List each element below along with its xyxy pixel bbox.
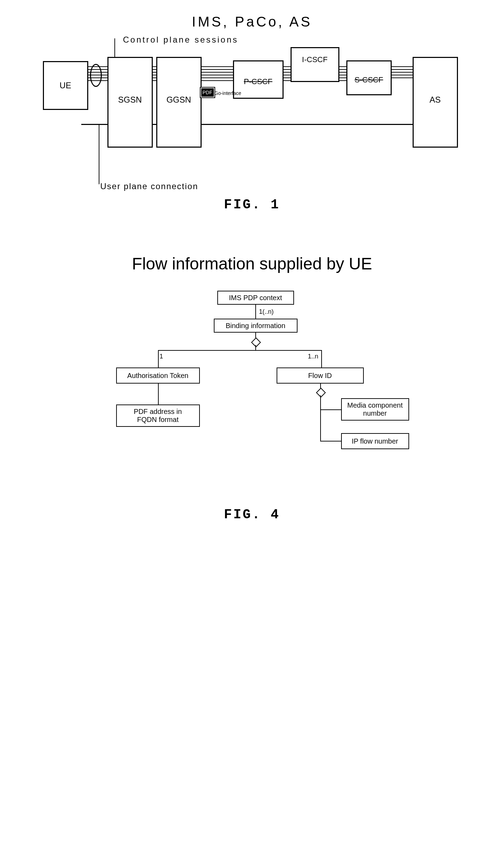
flow-id-box: Flow ID [277, 368, 364, 384]
connector [320, 441, 341, 441]
diamond-icon [316, 388, 325, 398]
icscf-label: I-CSCF [302, 55, 328, 64]
fig4-caption: FIG. 4 [43, 507, 461, 522]
pdf-chip-label: PDF [203, 90, 212, 95]
scscf-label: S-CSCF [355, 75, 383, 84]
auth-token-box: Authorisation Token [116, 368, 200, 384]
fig1-canvas: UE SGSN GGSN P-CSCF I-CSCF S-CSCF AS PDF… [43, 44, 461, 183]
connector [158, 384, 159, 405]
icscf-box: I-CSCF [291, 47, 339, 82]
user-plane-leader [99, 125, 99, 184]
fig1-caption: FIG. 1 [43, 197, 461, 212]
control-plane-ring-icon [90, 64, 102, 87]
pdf-chip: PDF [201, 88, 215, 97]
fig1-title: IMS, PaCo, AS [43, 14, 461, 30]
fig4-title: Flow information supplied by UE [43, 254, 461, 273]
ip-flow-label: IP flow number [352, 437, 398, 445]
connector [255, 305, 256, 319]
flow-id-label: Flow ID [308, 372, 332, 380]
connector [255, 345, 256, 350]
fig4-canvas: IMS PDP context 1(..n) Binding informati… [95, 291, 409, 472]
mult-binding: 1(..n) [259, 308, 274, 316]
user-plane-label: User plane connection [100, 181, 198, 191]
ue-label: UE [60, 81, 71, 90]
as-label: AS [429, 95, 441, 105]
ims-pdp-label: IMS PDP context [229, 294, 282, 302]
connector [158, 350, 322, 351]
as-box: AS [413, 57, 458, 148]
go-interface-label: Go-interface [215, 90, 241, 96]
mult-flow: 1..n [308, 353, 318, 360]
pcscf-label: P-CSCF [244, 77, 272, 86]
connector [321, 350, 322, 368]
mult-auth: 1 [160, 353, 163, 360]
binding-box: Binding information [214, 319, 298, 333]
auth-token-label: Authorisation Token [127, 372, 188, 380]
sgsn-label: SGSN [118, 95, 142, 105]
ggsn-label: GGSN [166, 95, 191, 105]
control-plane-label: Control plane sessions [123, 35, 239, 45]
connector [320, 409, 341, 410]
binding-label: Binding information [226, 322, 285, 330]
figure-1: IMS, PaCo, AS Control plane sessions UE … [43, 14, 461, 212]
connector [158, 350, 159, 368]
scscf-box: S-CSCF [346, 60, 392, 95]
ggsn-box: GGSN [156, 57, 202, 148]
diamond-icon [251, 337, 261, 347]
pdf-addr-box: PDF address in FQDN format [116, 405, 200, 427]
media-comp-box: Media component number [341, 398, 409, 421]
ims-pdp-box: IMS PDP context [217, 291, 294, 305]
ue-box: UE [43, 61, 88, 110]
connector [320, 395, 321, 441]
sgsn-box: SGSN [107, 57, 153, 148]
media-comp-label: Media component number [347, 401, 403, 417]
figure-4: Flow information supplied by UE IMS PDP … [43, 254, 461, 522]
ip-flow-box: IP flow number [341, 433, 409, 449]
pdf-addr-label: PDF address in FQDN format [134, 408, 182, 424]
